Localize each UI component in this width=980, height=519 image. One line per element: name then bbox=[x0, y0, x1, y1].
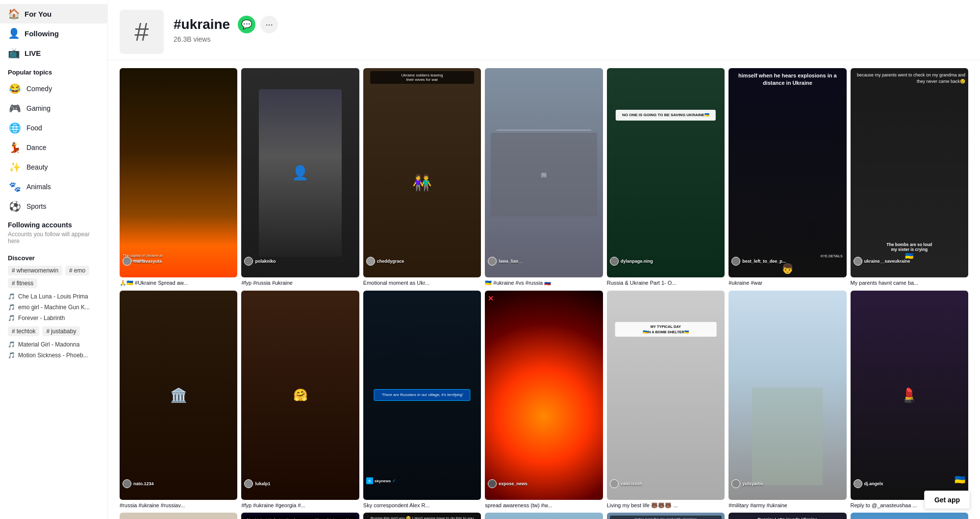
whatsapp-icon: 💬 bbox=[241, 19, 252, 30]
dance-icon: 💃 bbox=[8, 141, 22, 154]
video-card-8[interactable]: 🏛️ nato.1234 #russia #ukraine #russiav..… bbox=[120, 291, 237, 509]
whatsapp-button[interactable]: 💬 bbox=[238, 16, 255, 33]
video-card-13[interactable]: yutsyartis #military #army #ukraine bbox=[729, 291, 846, 509]
sidebar-item-dance[interactable]: 💃 Dance bbox=[0, 138, 107, 157]
username-13: yutsyartis bbox=[731, 479, 763, 488]
topic-label-gaming: Gaming bbox=[26, 104, 50, 112]
beauty-icon: ✨ bbox=[8, 160, 22, 174]
video-card-4[interactable]: 🏢 lawa_lian__ 🇺🇦 #ukraine #vs #russia 🇷🇺 bbox=[485, 68, 603, 287]
video-card-20[interactable]: Russia: Let's invade UkraineMe asf: user bbox=[729, 513, 846, 519]
discover-songs-2: 🎵 Material Girl - Madonna 🎵 Motion Sickn… bbox=[8, 340, 100, 360]
username-3: cheddygrace bbox=[366, 257, 404, 266]
caption-7: My parents havnt came ba... bbox=[851, 279, 968, 286]
song-3[interactable]: 🎵 Forever - Labrinth bbox=[8, 314, 100, 322]
sidebar-label-live: LIVE bbox=[25, 49, 41, 57]
discover-tags-2: # techtok # justababy bbox=[8, 326, 100, 336]
song-5[interactable]: 🎵 Motion Sickness - Phoeb... bbox=[8, 351, 100, 360]
topic-label-beauty: Beauty bbox=[26, 163, 48, 171]
following-accounts-desc: Accounts you follow will appear here bbox=[8, 231, 100, 245]
hashtag-icon-box: # bbox=[120, 10, 164, 54]
animals-icon: 🐾 bbox=[8, 180, 22, 194]
username-6: best_left_to_dee_p... bbox=[731, 257, 786, 266]
video-card-9[interactable]: 🤗 lukalp1 #fyp #ukraine #georgia #... bbox=[241, 291, 359, 509]
music-note-icon2: 🎵 bbox=[8, 304, 15, 311]
following-accounts-section: Following accounts Accounts you follow w… bbox=[0, 216, 107, 249]
song-label-5: Motion Sickness - Phoeb... bbox=[18, 352, 88, 359]
caption-8: #russia #ukraine #russiav... bbox=[120, 502, 237, 509]
topic-label-sports: Sports bbox=[26, 202, 46, 210]
hashtag-info: #ukraine 💬 ··· 26.3B views bbox=[174, 10, 968, 43]
song-1[interactable]: 🎵 Che La Luna - Louis Prima bbox=[8, 292, 100, 301]
song-label-1: Che La Luna - Louis Prima bbox=[18, 293, 88, 300]
video-card-10[interactable]: 'There are Russians in our village, it's… bbox=[363, 291, 481, 509]
username-2: polakniko bbox=[244, 257, 276, 266]
video-card-1[interactable]: The capital of Ukraine atthe Borispilsk.… bbox=[120, 68, 237, 287]
song-label-2: emo girl - Machine Gun K... bbox=[18, 304, 90, 311]
discover-title: Discover bbox=[8, 254, 100, 262]
tag-justababy[interactable]: # justababy bbox=[42, 326, 80, 336]
tag-techtok[interactable]: # techtok bbox=[8, 326, 39, 336]
tag-emo[interactable]: # emo bbox=[65, 266, 89, 275]
video-card-15[interactable]: 👶 🇷🇺 user bbox=[120, 513, 237, 519]
topic-label-food: Food bbox=[26, 124, 42, 132]
topic-label-animals: Animals bbox=[26, 183, 51, 191]
username-12: valerisssh bbox=[610, 479, 642, 488]
hashtag-icon5: # bbox=[46, 328, 50, 335]
video-card-17[interactable]: Russia this isn't you 🥺 I don't wanna ha… bbox=[363, 513, 481, 519]
username-5: dylanpage.ning bbox=[610, 257, 653, 266]
video-card-14[interactable]: 💄 🇺🇦 dj.angelx Reply to @_anasteushaa ..… bbox=[851, 291, 968, 509]
music-note-icon4: 🎵 bbox=[8, 341, 15, 348]
sidebar-item-food[interactable]: 🌐 Food bbox=[0, 118, 107, 138]
sidebar-item-comedy[interactable]: 😂 Comedy bbox=[0, 79, 107, 99]
following-accounts-title: Following accounts bbox=[8, 221, 100, 229]
more-icon: ··· bbox=[266, 20, 273, 30]
discover-section: Discover # whenwomenwin # emo # fitness … bbox=[0, 249, 107, 365]
username-11: expose_news bbox=[488, 479, 528, 488]
topic-label-dance: Dance bbox=[26, 144, 46, 151]
music-note-icon5: 🎵 bbox=[8, 352, 15, 359]
discover-songs: 🎵 Che La Luna - Louis Prima 🎵 emo girl -… bbox=[8, 292, 100, 322]
username-4: lawa_lian__ bbox=[488, 257, 523, 266]
following-icon: 👤 bbox=[8, 27, 20, 39]
caption-6: #ukraine #war bbox=[729, 279, 846, 286]
sports-icon: ⚽ bbox=[8, 199, 22, 213]
sidebar-item-live[interactable]: 📺 LIVE bbox=[0, 43, 107, 63]
sidebar-item-following[interactable]: 👤 Following bbox=[0, 24, 107, 43]
song-2[interactable]: 🎵 emo girl - Machine Gun K... bbox=[8, 303, 100, 312]
sidebar-item-animals[interactable]: 🐾 Animals bbox=[0, 177, 107, 197]
caption-5: Russia & Ukraine Part 1- O... bbox=[607, 279, 725, 286]
video-card-6[interactable]: himself when he hears explosions in a di… bbox=[729, 68, 846, 287]
video-card-3[interactable]: Ukraine soldiers leavingtheir wives for … bbox=[363, 68, 481, 287]
video-card-11[interactable]: ✕ expose_news spread awareness (tw) #w..… bbox=[485, 291, 603, 509]
song-4[interactable]: 🎵 Material Girl - Madonna bbox=[8, 340, 100, 349]
main-content: # #ukraine 💬 ··· 26.3B views bbox=[108, 0, 980, 519]
views-count: 26.3B views bbox=[174, 35, 968, 43]
tag-whenwomenwin[interactable]: # whenwomenwin bbox=[8, 266, 62, 275]
food-icon: 🌐 bbox=[8, 121, 22, 135]
popular-topics-title: Popular topics bbox=[0, 63, 107, 79]
video-card-7[interactable]: because my parents went to check on my g… bbox=[851, 68, 968, 287]
username-1: martavasyuta bbox=[123, 257, 162, 266]
video-card-19[interactable]: today even the sky said with ukrainian u… bbox=[607, 513, 725, 519]
video-card-5[interactable]: NO ONE IS GOING TO BE SAVING UKRAINE🇺🇦 d… bbox=[607, 68, 725, 287]
sidebar-label-for-you: For You bbox=[25, 10, 51, 18]
get-app-button[interactable]: Get app bbox=[924, 491, 970, 509]
sidebar-item-for-you[interactable]: 🏠 For You bbox=[0, 4, 107, 24]
video-card-12[interactable]: MY TYPICAL DAY🇺🇦IN A BOMB SHELTER🇺🇦 vale… bbox=[607, 291, 725, 509]
caption-4: 🇺🇦 #ukraine #vs #russia 🇷🇺 bbox=[485, 279, 603, 286]
more-options-button[interactable]: ··· bbox=[260, 16, 278, 33]
tag-fitness[interactable]: # fitness bbox=[8, 278, 37, 288]
sidebar-item-beauty[interactable]: ✨ Beauty bbox=[0, 157, 107, 177]
video-card-18[interactable]: user bbox=[485, 513, 603, 519]
caption-3: Emotional moment as Ukr... bbox=[363, 279, 481, 286]
hashtag-title: #ukraine bbox=[174, 17, 230, 32]
video-card-2[interactable]: 👤 polakniko #fyp #russia #ukraine bbox=[241, 68, 359, 287]
home-icon: 🏠 bbox=[8, 8, 20, 20]
video-card-21[interactable]: ☁️ user bbox=[851, 513, 968, 519]
sidebar: 🏠 For You 👤 Following 📺 LIVE Popular top… bbox=[0, 0, 108, 519]
username-14: dj.angelx bbox=[854, 479, 883, 488]
sidebar-item-sports[interactable]: ⚽ Sports bbox=[0, 197, 107, 216]
video-card-16[interactable]: Absolutely right. Just waiting for your … bbox=[241, 513, 359, 519]
caption-1: 🙏🇺🇦 #Ukraine Spread aw... bbox=[120, 279, 237, 286]
sidebar-item-gaming[interactable]: 🎮 Gaming bbox=[0, 99, 107, 118]
